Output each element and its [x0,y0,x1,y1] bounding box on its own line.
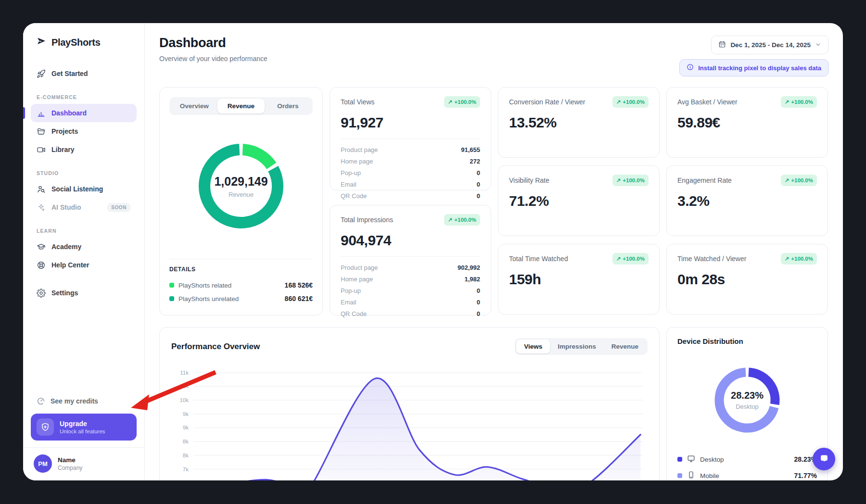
visibility-rate-card: Visibility Rate ↗+100.0% 71.2% [498,165,660,236]
card-value: 3.2% [677,193,817,209]
card-value: 0m 28s [677,271,817,288]
sidebar-item-ai-studio[interactable]: AI Studio SOON [31,198,137,216]
soon-badge: SOON [107,203,131,212]
legend-value: 168 526€ [285,281,313,289]
lifebuoy-icon [37,261,46,270]
upgrade-button[interactable]: Upgrade Unlock all features [31,414,137,441]
tab-overview[interactable]: Overview [171,99,217,113]
logo: PlayShorts [31,32,137,51]
sidebar-item-social-listening[interactable]: Social Listening [31,180,137,198]
tab-revenue[interactable]: Revenue [604,340,646,353]
sidebar-item-label: Settings [51,289,78,297]
chat-launcher-button[interactable] [813,448,835,470]
tab-orders[interactable]: Orders [265,99,311,113]
y-axis-tick: 8k [183,453,189,458]
trend-arrow-icon: ↗ [785,177,790,184]
card-title: Time Watched / Viewer [677,255,746,263]
divider [341,139,480,139]
device-center-label: Desktop [736,403,759,410]
conversion-rate-card: Conversion Rate / Viewer ↗+100.0% 13.52% [498,87,660,158]
sidebar-item-get-started[interactable]: Get Started [31,64,137,83]
tab-impressions[interactable]: Impressions [550,340,604,353]
rocket-icon [37,69,46,78]
user-profile[interactable]: PM Name Company [31,448,137,474]
user-search-icon [37,185,46,194]
device-donut-chart: 28.23% Desktop [709,362,786,439]
card-title: Total Impressions [341,216,393,224]
legend-item-unrelated: PlayShorts unrelated 860 621€ [169,292,313,305]
sidebar-item-label: Social Listening [51,185,103,193]
revenue-donut-chart: 1,029,149 Revenue [193,138,289,234]
card-value: 904,974 [341,232,480,249]
divider [169,259,313,259]
device-title: Device Distribution [677,337,817,345]
revenue-total: 1,029,149 [214,175,267,189]
performance-title: Performance Overview [171,342,260,352]
see-my-credits[interactable]: See my credits [31,392,137,410]
sparkle-icon [37,203,46,212]
shield-plus-icon [37,418,54,436]
breakdown-row: Home page1,982 [341,273,480,285]
y-axis-labels: 11k10k10k9k9k8k8k7k7k [172,368,189,480]
trend-badge: ↗+100.0% [612,96,649,108]
legend-label: Desktop [700,456,724,463]
trend-badge: ↗+100.0% [444,96,480,108]
sidebar-item-dashboard[interactable]: Dashboard [31,104,137,122]
notice-text: Install tracking pixel to display sales … [698,64,821,72]
time-watched-viewer-card: Time Watched / Viewer ↗+100.0% 0m 28s [666,244,828,315]
revenue-card: Overview Revenue Orders 1,029,149 Revenu… [159,87,323,315]
breakdown-row: QR Code0 [341,190,480,202]
legend-swatch-mobile [677,473,682,478]
playshorts-logo-icon [36,36,47,49]
section-label-studio: STUDIO [31,170,137,176]
legend-item-related: PlayShorts related 168 526€ [169,278,313,292]
upgrade-title: Upgrade [60,420,105,428]
folder-icon [37,127,46,136]
card-title: Visibility Rate [509,176,549,184]
tab-revenue[interactable]: Revenue [217,99,264,113]
card-value: 59.89€ [677,114,817,131]
y-axis-tick: 10k [179,383,189,389]
main-content: Dashboard Overview of your video perform… [145,23,843,480]
performance-overview-card: Performance Overview Views Impressions R… [159,327,660,480]
total-views-card: Total Views ↗+100.0% 91,927 Product page… [330,87,491,190]
breakdown-row: Product page902,992 [341,262,480,273]
tab-views[interactable]: Views [516,340,550,353]
gear-icon [37,289,46,298]
revenue-total-label: Revenue [229,191,254,198]
total-impressions-card: Total Impressions ↗+100.0% 904,974 Produ… [330,205,491,315]
sidebar-item-label: Get Started [51,70,88,77]
sidebar-item-label: Library [51,146,74,153]
y-axis-tick: 10k [179,397,189,403]
trend-badge: ↗+100.0% [612,253,649,265]
device-distribution-card: Device Distribution 28.23% Desktop Desk [666,327,828,480]
performance-tabs: Views Impressions Revenue [515,338,648,355]
trend-badge: ↗+100.0% [781,96,817,108]
sidebar-item-label: Help Center [51,261,89,269]
breakdown-row: QR Code0 [341,308,480,319]
trend-badge: ↗+100.0% [781,175,817,186]
breakdown-row: Product page91,655 [341,144,480,155]
sidebar-item-label: Projects [51,127,78,135]
upgrade-subtitle: Unlock all features [60,428,105,434]
breakdown-row: Email0 [341,296,480,308]
card-title: Total Views [341,98,375,106]
sidebar-item-help-center[interactable]: Help Center [31,256,137,274]
credits-label: See my credits [51,397,98,405]
monitor-icon [687,454,695,464]
sidebar-item-projects[interactable]: Projects [31,122,137,140]
avatar: PM [34,454,52,473]
user-company: Company [58,465,82,471]
sidebar-item-library[interactable]: Library [31,140,137,159]
sidebar-item-academy[interactable]: Academy [31,238,137,256]
sidebar-item-settings[interactable]: Settings [31,284,137,302]
video-camera-icon [37,145,46,154]
info-icon [687,63,694,72]
tracking-pixel-notice[interactable]: Install tracking pixel to display sales … [679,59,828,76]
date-range-picker[interactable]: Dec 1, 2025 - Dec 14, 2025 [711,36,828,54]
card-title: Total Time Watched [509,255,568,263]
y-axis-tick: 8k [183,439,189,444]
trend-arrow-icon: ↗ [616,177,621,184]
revenue-card-tabs: Overview Revenue Orders [169,97,313,115]
trend-arrow-icon: ↗ [785,255,790,262]
